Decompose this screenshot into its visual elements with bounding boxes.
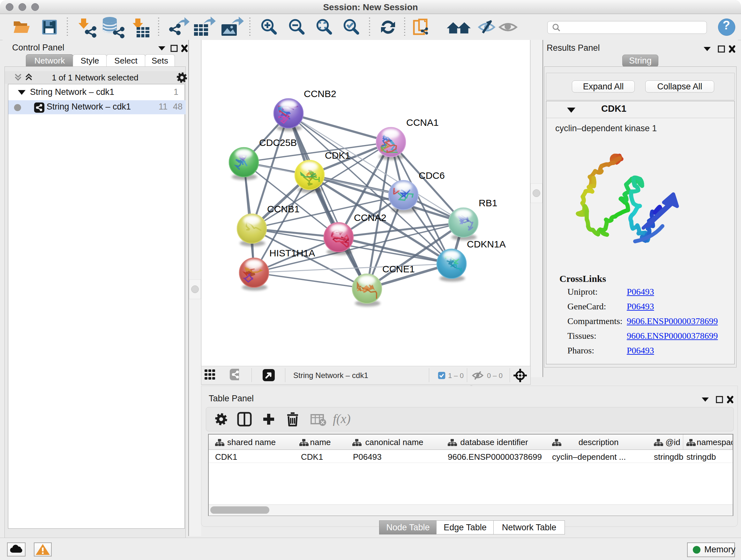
svg-text:CCNA1: CCNA1	[406, 117, 439, 128]
svg-text:CDC25B: CDC25B	[259, 137, 297, 148]
svg-text:HIST1H1A: HIST1H1A	[269, 248, 315, 258]
svg-text:CDC6: CDC6	[419, 170, 445, 181]
svg-text:CCNB2: CCNB2	[304, 88, 336, 99]
svg-text:f(x): f(x)	[333, 412, 351, 426]
svg-text:CCNB1: CCNB1	[267, 204, 300, 214]
svg-text:CDK1: CDK1	[325, 150, 350, 161]
svg-text:CDKN1A: CDKN1A	[467, 239, 506, 249]
svg-text:CCNE1: CCNE1	[382, 264, 415, 274]
svg-text:CCNA2: CCNA2	[354, 212, 387, 223]
svg-text:RB1: RB1	[479, 198, 497, 208]
